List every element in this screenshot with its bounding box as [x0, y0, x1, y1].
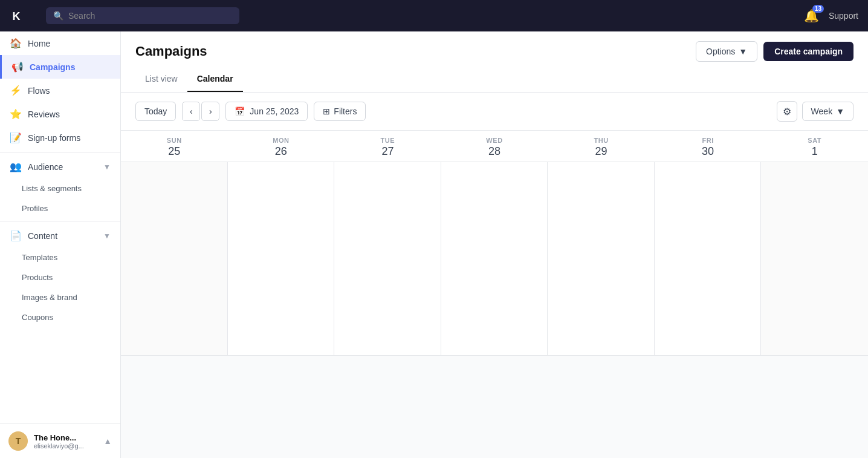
sidebar: 🏠 Home 📢 Campaigns ⚡ Flows ⭐ Reviews 📝 S… [0, 31, 121, 458]
notification-bell[interactable]: 🔔 13 [804, 8, 819, 23]
sidebar-item-lists-segments[interactable]: Lists & segments [0, 178, 120, 198]
sidebar-audience-header[interactable]: 👥 Audience ▼ [0, 155, 120, 178]
tab-list-view[interactable]: List view [135, 69, 187, 92]
settings-icon: ⚙ [783, 106, 791, 117]
search-icon: 🔍 [53, 11, 63, 21]
sidebar-item-campaigns-label: Campaigns [30, 62, 75, 72]
calendar-day-header-wed: WED 28 [441, 131, 548, 162]
calendar-day-header-thu: THU 29 [548, 131, 655, 162]
day-name: TUE [334, 137, 441, 144]
toolbar-right: ⚙ Week ▼ [777, 101, 853, 122]
page-title: Campaigns [135, 44, 207, 59]
calendar-cell-mon[interactable] [228, 162, 335, 356]
sidebar-content-header[interactable]: 📄 Content ▼ [0, 224, 120, 247]
calendar-cell-sat[interactable] [761, 162, 868, 356]
lists-segments-label: Lists & segments [22, 184, 82, 193]
day-num: 25 [121, 145, 228, 158]
products-label: Products [22, 273, 53, 282]
sidebar-item-reviews[interactable]: ⭐ Reviews [0, 102, 120, 126]
header-actions: Options ▼ Create campaign [696, 41, 853, 62]
options-label: Options [706, 47, 735, 56]
logo[interactable]: K [10, 5, 31, 27]
support-link[interactable]: Support [829, 11, 858, 21]
calendar-header-row: SUN 25 MON 26 TUE 27 WED 28 THU 29 FRI 3… [121, 131, 868, 162]
day-num: 28 [441, 145, 548, 158]
tabs: List view Calendar [135, 69, 853, 92]
calendar-body [121, 162, 868, 356]
content-icon: 📄 [10, 230, 22, 241]
filter-icon: ⊞ [323, 106, 330, 116]
flows-icon: ⚡ [10, 85, 22, 96]
calendar-cell-thu[interactable] [548, 162, 655, 356]
sidebar-item-flows[interactable]: ⚡ Flows [0, 79, 120, 102]
filters-label: Filters [334, 106, 357, 116]
coupons-label: Coupons [22, 313, 53, 322]
calendar-day-header-sun: SUN 25 [121, 131, 228, 162]
main-layout: 🏠 Home 📢 Campaigns ⚡ Flows ⭐ Reviews 📝 S… [0, 31, 868, 458]
user-chevron-icon: ▲ [103, 436, 112, 446]
navbar-right: 🔔 13 Support [804, 8, 858, 23]
calendar-day-header-mon: MON 26 [228, 131, 335, 162]
templates-label: Templates [22, 253, 57, 262]
content-chevron-icon: ▼ [103, 232, 111, 240]
calendar-day-header-sat: SAT 1 [761, 131, 868, 162]
user-email: eliseklaviyo@g... [34, 442, 97, 450]
day-num: 30 [655, 145, 762, 158]
sidebar-item-products[interactable]: Products [0, 267, 120, 287]
calendar-cell-fri[interactable] [655, 162, 762, 356]
audience-chevron-icon: ▼ [103, 163, 111, 171]
calendar-cell-wed[interactable] [441, 162, 548, 356]
calendar-grid: SUN 25 MON 26 TUE 27 WED 28 THU 29 FRI 3… [121, 131, 868, 458]
user-profile-area[interactable]: T The Hone... eliseklaviyo@g... ▲ [0, 424, 120, 458]
sidebar-item-home-label: Home [28, 39, 50, 48]
tab-calendar[interactable]: Calendar [187, 69, 243, 92]
calendar-cell-sun[interactable] [121, 162, 228, 356]
week-chevron-icon: ▼ [836, 106, 844, 116]
filters-button[interactable]: ⊞ Filters [314, 102, 366, 121]
day-name: SAT [761, 137, 868, 144]
sidebar-item-templates[interactable]: Templates [0, 247, 120, 267]
week-select[interactable]: Week ▼ [802, 102, 853, 121]
home-icon: 🏠 [10, 38, 22, 49]
search-input[interactable] [68, 11, 232, 21]
content-section-label: Content [28, 231, 57, 241]
notification-count: 13 [812, 5, 824, 13]
calendar-day-header-fri: FRI 30 [655, 131, 762, 162]
day-num: 27 [334, 145, 441, 158]
prev-week-button[interactable]: ‹ [182, 102, 200, 121]
day-num: 1 [761, 145, 868, 158]
signup-forms-icon: 📝 [10, 132, 22, 143]
images-brand-label: Images & brand [22, 293, 77, 302]
next-week-button[interactable]: › [201, 102, 219, 121]
day-name: THU [548, 137, 655, 144]
today-button[interactable]: Today [135, 102, 176, 121]
divider-1 [0, 152, 120, 152]
create-campaign-button[interactable]: Create campaign [763, 42, 853, 61]
options-chevron-icon: ▼ [739, 47, 747, 56]
sidebar-item-reviews-label: Reviews [28, 110, 60, 119]
content-area: Campaigns Options ▼ Create campaign List… [121, 31, 868, 458]
sidebar-item-profiles[interactable]: Profiles [0, 198, 120, 218]
calendar-settings-button[interactable]: ⚙ [777, 101, 797, 122]
prev-icon: ‹ [190, 106, 193, 116]
sidebar-item-signup-forms[interactable]: 📝 Sign-up forms [0, 126, 120, 149]
user-info: The Hone... eliseklaviyo@g... [34, 433, 97, 450]
profiles-label: Profiles [22, 204, 48, 213]
sidebar-item-coupons[interactable]: Coupons [0, 307, 120, 327]
date-display[interactable]: 📅 Jun 25, 2023 [225, 102, 308, 121]
sidebar-item-home[interactable]: 🏠 Home [0, 31, 120, 55]
day-name: SUN [121, 137, 228, 144]
calendar-toolbar: Today ‹ › 📅 Jun 25, 2023 ⊞ Filters ⚙ [121, 93, 868, 131]
sidebar-item-signup-forms-label: Sign-up forms [28, 133, 80, 143]
day-num: 26 [228, 145, 335, 158]
calendar-day-header-tue: TUE 27 [334, 131, 441, 162]
search-bar[interactable]: 🔍 [46, 7, 239, 24]
sidebar-item-campaigns[interactable]: 📢 Campaigns [0, 55, 120, 79]
options-button[interactable]: Options ▼ [696, 41, 757, 62]
calendar-cell-tue[interactable] [334, 162, 441, 356]
page-header-top: Campaigns Options ▼ Create campaign [135, 41, 853, 62]
user-name: The Hone... [34, 433, 97, 442]
sidebar-item-images-brand[interactable]: Images & brand [0, 287, 120, 307]
audience-section-label: Audience [28, 162, 63, 172]
reviews-icon: ⭐ [10, 108, 22, 120]
